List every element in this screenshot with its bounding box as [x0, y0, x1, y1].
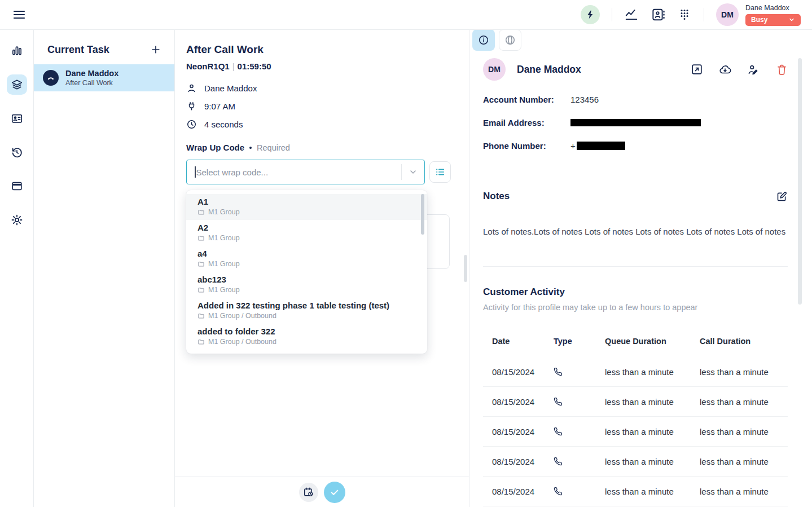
divider — [483, 266, 788, 267]
split-circle-icon — [504, 34, 516, 46]
list-icon[interactable] — [429, 161, 451, 183]
table-row[interactable]: 08/15/2024 less than a minute less than … — [483, 387, 788, 417]
timer: 01:59:50 — [238, 61, 271, 71]
current-task-panel: Current Task Dane Maddox After Call Work — [34, 30, 175, 507]
option-group: M1 Group / Outbound — [208, 312, 276, 320]
column-header: Queue Duration — [605, 337, 700, 346]
line-chart-icon[interactable] — [624, 7, 639, 22]
dialpad-icon[interactable] — [677, 7, 692, 22]
schedule-button[interactable] — [299, 483, 318, 502]
redacted-phone — [577, 142, 625, 150]
nav-item-settings[interactable] — [7, 210, 27, 230]
complete-task-button[interactable] — [324, 482, 345, 503]
status-dropdown[interactable]: Busy — [745, 14, 801, 26]
task-list-item[interactable]: Dane Maddox After Call Work — [34, 64, 174, 91]
nav-item-contacts[interactable] — [7, 108, 27, 129]
tab-info[interactable] — [472, 29, 495, 51]
text-caret — [195, 166, 196, 178]
customer-activity-subtitle: Activity for this profile may take up to… — [483, 303, 788, 312]
cell-call-duration: less than a minute — [700, 487, 788, 496]
field-account-number: Account Number: 123456 — [483, 95, 788, 103]
profile-panel-scrollbar[interactable] — [798, 58, 802, 305]
option-name: abc123 — [197, 275, 416, 284]
chevron-down-icon — [788, 16, 795, 23]
cell-call-duration: less than a minute — [700, 367, 788, 377]
wrap-code-select[interactable]: Select wrap code... — [186, 160, 425, 184]
table-row[interactable]: 08/15/2024 less than a minute less than … — [483, 417, 788, 447]
avatar: DM — [483, 58, 506, 81]
detail-start-time: 9:07 AM — [186, 101, 451, 112]
redacted-email — [570, 119, 701, 126]
table-row[interactable]: 08/15/2024 less than a minute less than … — [483, 447, 788, 477]
required-dot — [249, 147, 252, 149]
activity-table: Date Type Queue Duration Call Duration 0… — [483, 337, 788, 506]
nav-item-history[interactable] — [7, 142, 27, 162]
folder-icon — [197, 312, 205, 320]
trash-icon[interactable] — [775, 63, 788, 76]
option-name: Added in 322 testing phase 1 table testi… — [197, 301, 416, 310]
left-nav — [0, 30, 34, 507]
wrap-up-code-label: Wrap Up Code — [186, 143, 244, 152]
nav-item-tasks[interactable] — [7, 74, 27, 95]
wrap-code-option[interactable]: A2 M1 Group — [186, 220, 427, 246]
cell-queue-duration: less than a minute — [605, 427, 700, 437]
cell-date: 08/15/2024 — [483, 427, 554, 437]
history-icon — [11, 146, 23, 158]
external-link-icon[interactable] — [691, 63, 703, 76]
option-name: a4 — [197, 249, 416, 258]
contact-book-icon[interactable] — [651, 7, 665, 22]
check-icon — [330, 487, 340, 497]
option-name: added to folder 322 — [197, 327, 416, 336]
wrap-code-option[interactable]: added to folder 322 M1 Group / Outbound — [186, 324, 427, 350]
field-label: Phone Number: — [483, 141, 570, 151]
table-row[interactable]: 08/15/2024 less than a minute less than … — [483, 357, 788, 387]
phone-icon — [554, 487, 563, 496]
customer-activity-title: Customer Activity — [483, 286, 788, 298]
field-email: Email Address: — [483, 118, 788, 126]
nav-item-browser[interactable] — [7, 176, 27, 196]
avatar-initials: DM — [488, 65, 501, 74]
chevron-down-icon[interactable] — [402, 160, 424, 184]
pipe-separator: | — [230, 61, 238, 71]
person-edit-icon[interactable] — [747, 63, 760, 76]
folder-icon — [197, 338, 205, 346]
tab-compare[interactable] — [499, 29, 521, 51]
plug-icon — [186, 101, 197, 112]
field-phone: Phone Number: + — [483, 142, 788, 149]
option-group: M1 Group — [208, 208, 240, 216]
main-panel-scrollbar[interactable] — [464, 255, 467, 282]
dropdown-scrollbar[interactable] — [421, 194, 424, 235]
wrap-code-option[interactable]: Added in 322 testing phase 1 table testi… — [186, 298, 427, 324]
contact-card-icon — [11, 112, 23, 125]
cell-call-duration: less than a minute — [700, 397, 788, 407]
plus-icon[interactable] — [150, 43, 162, 56]
wrap-code-placeholder: Select wrap code... — [196, 167, 402, 177]
field-label: Account Number: — [483, 95, 570, 104]
wrap-code-option[interactable]: A1 M1 Group — [186, 194, 427, 220]
field-value: 123456 — [570, 95, 599, 104]
phone-hangup-icon — [43, 70, 59, 86]
required-label: Required — [257, 143, 290, 152]
option-group: M1 Group — [208, 286, 240, 294]
cell-queue-duration: less than a minute — [605, 367, 700, 377]
wrap-code-option[interactable]: a4 M1 Group — [186, 246, 427, 272]
folder-icon — [197, 261, 205, 268]
cell-queue-duration: less than a minute — [605, 487, 700, 496]
queue-and-timer: NeonR1Q1|01:59:50 — [186, 61, 451, 71]
lightning-icon[interactable] — [581, 5, 600, 24]
nav-item-analytics[interactable] — [7, 41, 27, 61]
table-row[interactable]: 08/15/2024 less than a minute less than … — [483, 477, 788, 506]
phone-icon — [554, 367, 563, 377]
detail-text: 9:07 AM — [204, 102, 235, 111]
queue-name: NeonR1Q1 — [186, 61, 230, 71]
gear-icon — [11, 214, 23, 226]
option-group: M1 Group — [208, 234, 240, 242]
status-label: Busy — [751, 16, 767, 24]
detail-contact: Dane Maddox — [186, 83, 451, 94]
menu-icon[interactable] — [11, 7, 27, 23]
cloud-download-icon[interactable] — [719, 63, 731, 76]
profile-panel: DM Dane Maddox Account Number: — [469, 30, 812, 507]
wrap-code-option[interactable]: abc123 M1 Group — [186, 272, 427, 298]
avatar[interactable]: DM — [716, 3, 739, 26]
edit-icon[interactable] — [775, 190, 788, 202]
